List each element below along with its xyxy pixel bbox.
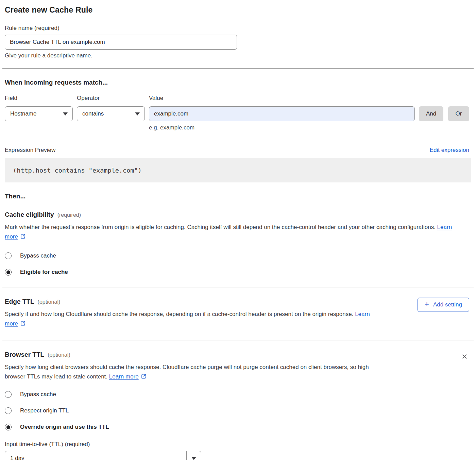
radio-icon[interactable] <box>5 407 12 414</box>
rule-name-label: Rule name (required) <box>5 25 469 32</box>
match-row: Field Hostname Operator contains Value e… <box>5 95 469 131</box>
radio-option-override-origin-ttl[interactable]: Override origin and use this TTL <box>5 424 469 430</box>
value-label: Value <box>149 95 415 102</box>
plus-icon: + <box>425 301 429 308</box>
edge-ttl-title: Edge TTL <box>5 298 34 305</box>
radio-option-bypass-cache[interactable]: Bypass cache <box>5 252 469 259</box>
radio-label: Override origin and use this TTL <box>20 424 109 430</box>
radio-label: Respect origin TTL <box>20 407 69 414</box>
operator-label: Operator <box>77 95 145 102</box>
optional-tag: (optional) <box>48 352 70 358</box>
radio-option-respect-origin-ttl[interactable]: Respect origin TTL <box>5 407 469 414</box>
operator-select-value: contains <box>82 110 104 117</box>
rule-name-input[interactable] <box>5 35 237 50</box>
radio-label: Bypass cache <box>20 252 56 259</box>
description-text: Mark whether the request’s response from… <box>5 224 436 230</box>
description-text: Specify how long client browsers should … <box>5 364 369 380</box>
section-divider <box>2 68 474 69</box>
cache-eligibility-header: Cache eligibility (required) <box>5 211 469 218</box>
edge-ttl-title-row: Edge TTL (optional) <box>5 298 379 305</box>
cache-eligibility-title: Cache eligibility <box>5 211 54 218</box>
match-heading: When incoming requests match... <box>5 78 469 86</box>
then-heading: Then... <box>5 192 469 200</box>
value-helper: e.g. example.com <box>149 124 415 131</box>
value-column: Value e.g. example.com <box>149 95 415 131</box>
radio-option-bypass-cache-browser[interactable]: Bypass cache <box>5 391 469 398</box>
expression-preview-label: Expression Preview <box>5 147 55 154</box>
field-select[interactable]: Hostname <box>5 106 73 121</box>
browser-ttl-description: Specify how long client browsers should … <box>5 362 375 382</box>
field-column: Field Hostname <box>5 95 73 121</box>
browser-ttl-title: Browser TTL <box>5 351 44 358</box>
edit-expression-link[interactable]: Edit expression <box>430 147 469 154</box>
operator-column: Operator contains <box>77 95 145 121</box>
edge-ttl-description: Specify if and how long Cloudflare shoul… <box>5 309 379 329</box>
close-icon <box>461 353 468 360</box>
browser-ttl-header: Browser TTL (optional) Specify how long … <box>5 351 469 382</box>
external-link-icon <box>20 233 26 242</box>
description-text: Specify if and how long Cloudflare shoul… <box>5 311 353 317</box>
and-button[interactable]: And <box>419 106 443 121</box>
expression-code: (http.host contains "example.com") <box>13 167 142 174</box>
field-label: Field <box>5 95 73 102</box>
or-button[interactable]: Or <box>448 106 469 121</box>
optional-tag: (optional) <box>38 299 61 305</box>
cache-eligibility-description: Mark whether the request’s response from… <box>5 223 464 242</box>
edge-ttl-header: Edge TTL (optional) Specify if and how l… <box>5 298 469 329</box>
browser-ttl-title-row: Browser TTL (optional) <box>5 351 375 358</box>
value-input[interactable] <box>149 106 415 121</box>
expression-code-block: (http.host contains "example.com") <box>5 158 471 182</box>
radio-icon[interactable] <box>5 391 12 398</box>
chevron-down-icon <box>135 112 140 116</box>
radio-option-eligible-for-cache[interactable]: Eligible for cache <box>5 269 469 276</box>
radio-checked-icon[interactable] <box>5 424 12 430</box>
radio-label: Eligible for cache <box>20 269 68 276</box>
add-setting-label: Add setting <box>433 301 462 308</box>
section-divider <box>2 287 474 287</box>
chevron-down-icon <box>191 457 196 460</box>
rule-name-helper: Give your rule a descriptive name. <box>5 52 469 59</box>
chevron-down-icon <box>63 112 68 116</box>
required-tag: (required) <box>57 212 81 218</box>
ttl-select-value: 1 day <box>10 455 24 460</box>
add-setting-button[interactable]: + Add setting <box>418 298 469 312</box>
radio-label: Bypass cache <box>20 391 56 398</box>
page-title: Create new Cache Rule <box>5 5 469 15</box>
operator-select[interactable]: contains <box>77 106 145 121</box>
close-browser-ttl-button[interactable] <box>460 352 469 362</box>
learn-more-link[interactable]: Learn more <box>109 373 139 380</box>
radio-checked-icon[interactable] <box>5 269 12 276</box>
external-link-icon <box>141 373 147 382</box>
section-divider <box>2 340 474 340</box>
field-select-value: Hostname <box>10 110 36 117</box>
external-link-icon <box>20 320 26 329</box>
ttl-label: Input time-to-live (TTL) (required) <box>5 441 469 448</box>
ttl-select[interactable]: 1 day <box>5 451 201 460</box>
expression-header: Expression Preview Edit expression <box>5 147 469 154</box>
ttl-select-arrow-box[interactable] <box>186 451 201 460</box>
radio-icon[interactable] <box>5 252 12 259</box>
